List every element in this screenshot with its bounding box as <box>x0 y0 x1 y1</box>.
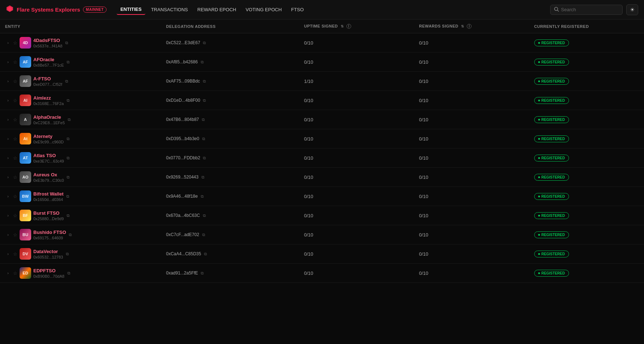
favorite-button[interactable]: ☆ <box>13 98 17 103</box>
uptime-sort-icon[interactable]: ⇅ <box>341 24 344 28</box>
favorite-button[interactable]: ☆ <box>13 194 17 199</box>
entity-name[interactable]: Aimlezz <box>33 95 64 101</box>
copy-delegation-address-button[interactable]: ⧉ <box>203 251 208 257</box>
registered-badge: REGISTERED <box>534 193 569 200</box>
registered-badge: REGISTERED <box>534 97 569 104</box>
expand-button[interactable]: › <box>5 60 11 64</box>
favorite-button[interactable]: ☆ <box>13 213 17 218</box>
copy-entity-address-button[interactable]: ⧉ <box>66 136 70 142</box>
nav-entities[interactable]: ENTITIES <box>117 4 145 15</box>
expand-button[interactable]: › <box>5 271 11 275</box>
delegation-address: 0x9269...520443 <box>166 175 198 180</box>
entity-name[interactable]: A-FTSO <box>33 76 62 81</box>
expand-button[interactable]: › <box>5 213 11 218</box>
expand-button[interactable]: › <box>5 156 11 160</box>
entity-name[interactable]: Aternety <box>33 134 64 139</box>
nav-reward-epoch[interactable]: REWARD EPOCH <box>194 5 240 14</box>
entity-name[interactable]: DataVector <box>33 249 63 254</box>
favorite-button[interactable]: ☆ <box>13 136 17 142</box>
nav-transactions[interactable]: TRANSACTIONS <box>148 5 192 14</box>
favorite-button[interactable]: ☆ <box>13 175 17 180</box>
entity-name[interactable]: Aureus Ox <box>33 172 64 177</box>
entity-name[interactable]: 4DadsFTSO <box>33 38 62 43</box>
rewards-info-icon[interactable]: i <box>467 24 471 29</box>
table-row: › ☆ BW Bifrost Wallet 0x1650d...d0364 ⧉ … <box>0 187 644 206</box>
delegation-cell-6: 0x0770...FDDbb2 ⧉ <box>161 148 299 168</box>
nav-ftso[interactable]: FTSO <box>287 5 307 14</box>
copy-entity-address-button[interactable]: ⧉ <box>65 78 69 84</box>
copy-entity-address-button[interactable]: ⧉ <box>66 97 70 104</box>
expand-button[interactable]: › <box>5 252 11 256</box>
entity-cell-9: › ☆ BF Burst FTSO 0x25880...De9d9 ⧉ <box>0 206 161 225</box>
favorite-button[interactable]: ☆ <box>13 40 17 46</box>
copy-entity-address-button[interactable]: ⧉ <box>66 59 70 65</box>
entity-address: 0x69175...64609 <box>33 236 66 240</box>
favorite-button[interactable]: ☆ <box>13 79 17 84</box>
favorite-button[interactable]: ☆ <box>13 59 17 65</box>
entity-info: Bushido FTSO 0x69175...64609 <box>33 230 66 240</box>
expand-button[interactable]: › <box>5 232 11 237</box>
copy-delegation-address-button[interactable]: ⧉ <box>201 232 206 238</box>
copy-delegation-address-button[interactable]: ⧉ <box>201 136 206 142</box>
uptime-cell-12: 0/10 <box>299 264 414 283</box>
favorite-button[interactable]: ☆ <box>13 232 17 238</box>
entity-name[interactable]: AFOracle <box>33 57 64 62</box>
rewards-cell-1: 0/10 <box>414 53 529 72</box>
rewards-sort-icon[interactable]: ⇅ <box>461 24 464 28</box>
entity-name[interactable]: Burst FTSO <box>33 210 64 216</box>
uptime-info-icon[interactable]: i <box>346 24 351 29</box>
copy-delegation-address-button[interactable]: ⧉ <box>202 40 207 46</box>
expand-button[interactable]: › <box>5 117 11 122</box>
expand-button[interactable]: › <box>5 41 11 45</box>
theme-toggle-button[interactable]: ☀ <box>626 4 638 15</box>
copy-delegation-address-button[interactable]: ⧉ <box>202 213 207 219</box>
copy-entity-address-button[interactable]: ⧉ <box>67 117 71 123</box>
copy-delegation-address-button[interactable]: ⧉ <box>200 193 204 200</box>
copy-entity-address-button[interactable]: ⧉ <box>65 40 69 46</box>
copy-entity-address-button[interactable]: ⧉ <box>68 232 72 238</box>
copy-entity-address-button[interactable]: ⧉ <box>66 155 70 161</box>
expand-button[interactable]: › <box>5 194 11 198</box>
entity-cell-8: › ☆ BW Bifrost Wallet 0x1650d...d0364 ⧉ <box>0 187 161 206</box>
rewards-cell-4: 0/10 <box>414 110 529 129</box>
entity-info: Bifrost Wallet 0x1650d...d0364 <box>33 191 63 202</box>
copy-delegation-address-button[interactable]: ⧉ <box>201 174 205 180</box>
mainnet-badge: MAINNET <box>83 7 107 13</box>
nav-voting-epoch[interactable]: VOTING EPOCH <box>242 5 286 14</box>
entity-name[interactable]: Bushido FTSO <box>33 230 66 235</box>
favorite-button[interactable]: ☆ <box>13 117 17 122</box>
entity-name[interactable]: AlphaOracle <box>33 114 65 120</box>
entity-name[interactable]: Atlas TSO <box>33 153 64 158</box>
favorite-button[interactable]: ☆ <box>13 251 17 257</box>
rewards-cell-7: 0/10 <box>414 168 529 187</box>
copy-entity-address-button[interactable]: ⧉ <box>66 213 70 219</box>
copy-delegation-address-button[interactable]: ⧉ <box>200 59 204 65</box>
copy-delegation-address-button[interactable]: ⧉ <box>201 117 205 123</box>
copy-entity-address-button[interactable]: ⧉ <box>67 270 71 276</box>
copy-entity-address-button[interactable]: ⧉ <box>65 251 70 257</box>
favorite-button[interactable]: ☆ <box>13 270 17 276</box>
copy-delegation-address-button[interactable]: ⧉ <box>202 97 207 104</box>
entity-name[interactable]: Bifrost Wallet <box>33 191 63 197</box>
copy-entity-address-button[interactable]: ⧉ <box>66 193 70 200</box>
delegation-cell-3: 0xD1eD...4b8F00 ⧉ <box>161 91 299 110</box>
uptime-cell-10: 0/10 <box>299 225 414 244</box>
expand-button[interactable]: › <box>5 79 11 83</box>
delegation-cell-12: 0xad91...2a5FfE ⧉ <box>161 264 299 283</box>
entity-avatar: AF <box>20 56 31 68</box>
copy-delegation-address-button[interactable]: ⧉ <box>200 270 204 276</box>
expand-button[interactable]: › <box>5 98 11 102</box>
search-input[interactable] <box>561 7 619 12</box>
favorite-button[interactable]: ☆ <box>13 155 17 161</box>
entity-name[interactable]: EDPFTSO <box>33 268 65 273</box>
search-icon <box>554 7 559 13</box>
copy-delegation-address-button[interactable]: ⧉ <box>202 155 207 161</box>
main-nav: ENTITIES TRANSACTIONS REWARD EPOCH VOTIN… <box>117 4 307 15</box>
rewards-cell-10: 0/10 <box>414 225 529 244</box>
registered-badge: REGISTERED <box>534 174 569 181</box>
col-delegation: DELEGATION ADDRESS <box>161 20 299 33</box>
expand-button[interactable]: › <box>5 137 11 141</box>
expand-button[interactable]: › <box>5 175 11 179</box>
copy-entity-address-button[interactable]: ⧉ <box>66 174 70 180</box>
copy-delegation-address-button[interactable]: ⧉ <box>202 78 207 84</box>
